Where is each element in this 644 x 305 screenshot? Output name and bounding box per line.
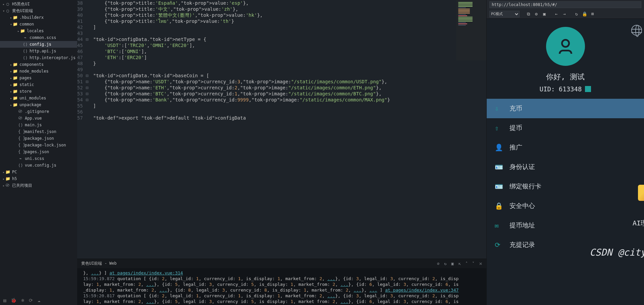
tree-item[interactable]: { }package.json — [0, 135, 77, 142]
menu-item[interactable]: ✉提币地址 — [487, 216, 644, 235]
console-tab-bar: 黄色UI前端 - Web ⊘ ↻ ▣ ⇱ ˄ ˅ ⤫ — [77, 259, 486, 268]
menu-icon: 👤 — [495, 143, 501, 151]
lock-icon[interactable]: 🔒 — [581, 11, 588, 17]
file-tree: ▸▢H5黑色UI▾▢黄色UI前端▸📁.hbuilderx▾📁common▸📁lo… — [0, 0, 77, 305]
menu-icon: ⇩ — [495, 104, 501, 113]
menu-item[interactable]: ⇧提币 — [487, 118, 644, 138]
greeting-text: 你好, 测试 — [487, 72, 644, 82]
toolbar-icon[interactable]: ▣ — [541, 11, 548, 17]
tree-item[interactable]: ▸📁store — [0, 88, 77, 95]
decoration-text: AI理财 — [633, 219, 644, 228]
console-icon[interactable]: ˅ — [472, 261, 474, 266]
terminal-icon[interactable]: ▤ — [3, 298, 6, 303]
back-icon[interactable]: ← — [553, 11, 560, 17]
tree-item[interactable]: ⟨⟩http.api.js — [0, 48, 77, 54]
tree-item[interactable]: ▸📁locales — [0, 28, 77, 34]
forward-icon[interactable]: → — [561, 11, 568, 17]
user-menu: ⇩充币⇧提币👤推广🪪身份认证🪪绑定银行卡🔒安全中心✉提币地址⟳充提记录 — [487, 99, 644, 255]
tree-item[interactable]: ▸📁h5 — [0, 175, 77, 182]
tree-item[interactable]: ▸📁pages — [0, 75, 77, 81]
menu-item[interactable]: 👤推广 — [487, 138, 644, 157]
menu-item[interactable]: 🪪绑定银行卡 — [487, 177, 644, 196]
tree-item[interactable]: ▸📁uni_modules — [0, 95, 77, 101]
sidebar-bottom-bar: ▤ 🐞 ❄ ⟳ ☁ — [0, 296, 77, 305]
avatar[interactable] — [546, 27, 585, 66]
settings-icon[interactable]: ⚙ — [533, 11, 540, 17]
minimap[interactable] — [456, 0, 486, 60]
editor-panel: 38 39 40 41 42 43 44 ⊟45 46 47 48 49 50 … — [77, 0, 486, 305]
tree-item[interactable]: { }pages.json — [0, 148, 77, 155]
snowflake-icon[interactable]: ❄ — [21, 298, 24, 303]
menu-item[interactable]: ⇩充币 — [487, 99, 644, 118]
tree-item[interactable]: { }manifest.json — [0, 128, 77, 135]
tree-item[interactable]: ⌁common.scss — [0, 34, 77, 41]
tree-item[interactable]: 〄App.vue — [0, 115, 77, 122]
tree-item[interactable]: ⌁uni.scss — [0, 155, 77, 162]
menu-icon: 🪪 — [495, 163, 501, 171]
mode-select[interactable]: PC模式 — [489, 11, 520, 17]
uid-row: UID: 613348 — [487, 85, 644, 93]
preview-panel: PC模式 ⧉ ⚙ ▣ ← → ↻ 🔒 ⊞ 你好, 测试 UID: 613348 … — [486, 0, 644, 305]
sync-icon[interactable]: ⟳ — [29, 298, 33, 303]
bug-icon[interactable]: 🐞 — [11, 298, 16, 303]
qr-icon[interactable]: ⊞ — [589, 11, 596, 17]
tree-item[interactable]: ⟨⟩vue.config.js — [0, 162, 77, 169]
tree-item[interactable]: ⟨⟩main.js — [0, 122, 77, 128]
tree-item[interactable]: ▸📁.hbuilderx — [0, 14, 77, 21]
tree-item[interactable]: ⟨⟩config.js — [0, 41, 77, 48]
menu-item[interactable]: 🪪身份认证 — [487, 157, 644, 177]
tree-item[interactable]: ▸📁PC — [0, 169, 77, 175]
menu-icon: 🪪 — [495, 182, 501, 190]
menu-item[interactable]: 🔒安全中心 — [487, 196, 644, 216]
tree-item[interactable]: 〄.gitignore — [0, 108, 77, 115]
chart-decoration — [638, 185, 644, 201]
toolbar-icon[interactable]: ⧉ — [525, 11, 532, 17]
app-preview: 你好, 测试 UID: 613348 ⇩充币⇧提币👤推广🪪身份认证🪪绑定银行卡🔒… — [487, 19, 644, 305]
refresh-icon[interactable]: ↻ — [573, 11, 580, 17]
menu-icon: ⇧ — [495, 124, 501, 132]
url-input[interactable] — [489, 1, 641, 8]
tree-item[interactable]: ▾📁common — [0, 21, 77, 28]
tree-item[interactable]: { }package-lock.json — [0, 142, 77, 148]
console-tab[interactable]: 黄色UI前端 - Web — [81, 261, 117, 266]
copy-icon[interactable] — [585, 86, 591, 92]
tree-item[interactable]: ▸▢H5黑色UI — [0, 1, 77, 7]
globe-icon[interactable] — [631, 25, 642, 36]
tree-item[interactable]: ⟨⟩http.interceptor.js — [0, 54, 77, 61]
menu-icon: ✉ — [495, 221, 501, 229]
console-icon[interactable]: ⊘ — [437, 261, 439, 266]
console-icon[interactable]: ↻ — [444, 261, 446, 266]
tree-item[interactable]: ▸〄已关闭项目 — [0, 182, 77, 189]
console-icon[interactable]: ˄ — [466, 261, 468, 266]
console-output[interactable]: }, ...} ] at pages/index/index.vue:31415… — [77, 268, 486, 305]
watermark-text: CSDN @cityll — [590, 247, 644, 258]
console-icon[interactable]: ▣ — [451, 261, 454, 266]
uid-text: UID: 613348 — [540, 85, 582, 93]
tree-item[interactable]: ▸📁node_modules — [0, 68, 77, 75]
tree-item[interactable]: ▸📁static — [0, 81, 77, 88]
code-editor[interactable]: 38 39 40 41 42 43 44 ⊟45 46 47 48 49 50 … — [77, 0, 486, 259]
tree-item[interactable]: ▸📁components — [0, 61, 77, 68]
console-icon[interactable]: ⇱ — [459, 261, 461, 266]
tree-item[interactable]: ▾▢黄色UI前端 — [0, 7, 77, 14]
console-icon[interactable]: ⤫ — [479, 261, 482, 266]
menu-icon: ⟳ — [495, 241, 501, 249]
preview-toolbar: PC模式 ⧉ ⚙ ▣ ← → ↻ 🔒 ⊞ — [487, 9, 644, 19]
tree-item[interactable]: ▸📁unpackage — [0, 101, 77, 108]
menu-icon: 🔒 — [495, 202, 501, 210]
cloud-icon[interactable]: ☁ — [38, 298, 40, 303]
